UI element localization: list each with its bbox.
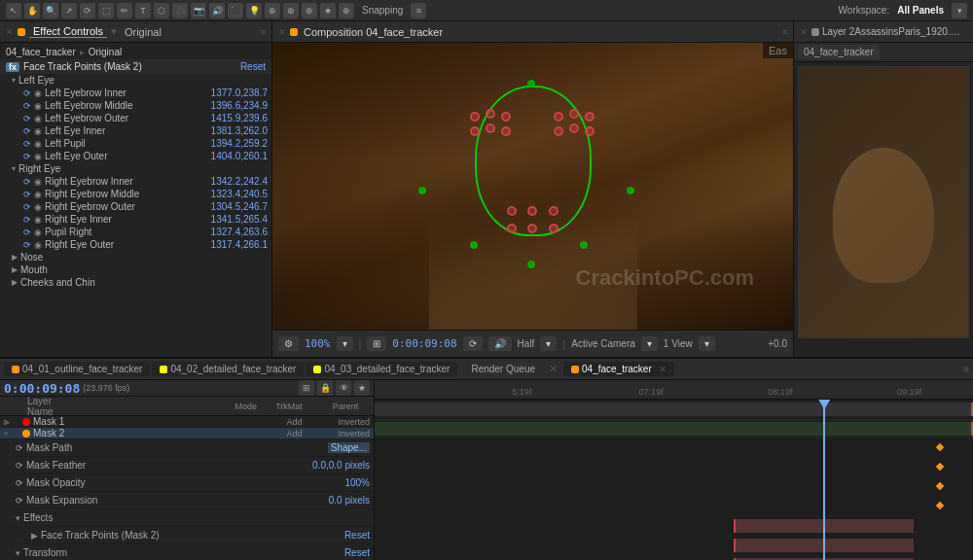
- row-expand-1[interactable]: ▶: [4, 417, 19, 427]
- effects-row[interactable]: ▾ Effects: [12, 509, 374, 527]
- audio-button[interactable]: 🔊: [488, 336, 512, 351]
- tool-icon-14[interactable]: 💡: [246, 3, 262, 18]
- comp-tab[interactable]: Composition 04_face_tracker: [304, 26, 443, 38]
- tl-icon-eye[interactable]: 👁: [336, 380, 351, 396]
- comp-menu-icon[interactable]: ≡: [782, 27, 787, 37]
- cheeks-group[interactable]: ▶ Cheeks and Chin: [8, 276, 271, 289]
- tl-icon-star[interactable]: ★: [354, 380, 370, 396]
- tab-original[interactable]: Original: [121, 26, 165, 38]
- tool-icon-12[interactable]: 🔊: [209, 3, 225, 18]
- timecode-display[interactable]: 0:00:09:08: [392, 337, 456, 350]
- tl-icon-home[interactable]: ⊞: [299, 380, 314, 396]
- tool-icon-7[interactable]: ✏: [117, 3, 132, 18]
- snapping-toggle[interactable]: ≡: [411, 3, 426, 18]
- workspace-menu[interactable]: ▾: [952, 3, 967, 18]
- right-eyebrow-middle-row[interactable]: ⟳ ◉ Right Eyebrow Middle 1323.4,240.5: [8, 188, 271, 200]
- mask-expansion-value[interactable]: 0.0 pixels: [329, 495, 370, 506]
- playhead: [823, 400, 825, 560]
- timeline-right[interactable]: 5:19f 07:19f 08:19f 09:19f: [375, 380, 973, 560]
- tab-close-icon[interactable]: ✕: [659, 365, 667, 374]
- tool-icon-18[interactable]: ★: [320, 3, 336, 18]
- nose-group[interactable]: ▶ Nose: [8, 251, 271, 263]
- prop-mask-expansion[interactable]: ⟳ Mask Expansion 0.0 pixels: [12, 492, 374, 509]
- tool-icon-15[interactable]: ⊕: [265, 3, 280, 18]
- right-pupil-row[interactable]: ⟳ ◉ Pupil Right 1327.4,263.6: [8, 226, 271, 238]
- tool-icon-11[interactable]: 📷: [191, 3, 206, 18]
- tool-icon-17[interactable]: ⊛: [302, 3, 317, 18]
- tl-icon-lock[interactable]: 🔒: [317, 380, 333, 396]
- comp-viewport[interactable]: CrackintoPC.com Eas: [272, 43, 793, 330]
- tool-icon-4[interactable]: ↗: [61, 3, 77, 18]
- right-eye-outer-row[interactable]: ⟳ ◉ Right Eye Outer 1317.4,266.1: [8, 238, 271, 251]
- timeline-timecode[interactable]: 0:00:09:08: [4, 381, 80, 396]
- prop-mask-opacity[interactable]: ⟳ Mask Opacity 100%: [12, 474, 374, 492]
- left-eyebrow-outer-row[interactable]: ⟳ ◉ Left Eyebrow Outer 1415.9,239.6: [8, 112, 271, 124]
- row-expand-2[interactable]: ▾: [4, 429, 19, 438]
- tool-icon-1[interactable]: ↖: [6, 3, 21, 18]
- tab-outline-face[interactable]: 04_01_outline_face_tracker: [4, 362, 150, 376]
- panel-menu-icon[interactable]: ≡: [261, 27, 266, 37]
- tool-icon-8[interactable]: T: [135, 3, 151, 18]
- effect-title-bar[interactable]: fx Face Track Points (Mask 2) Reset: [0, 59, 271, 74]
- tool-icon-19[interactable]: ⊕: [339, 3, 354, 18]
- left-eyebrow-inner-row[interactable]: ⟳ ◉ Left Eyebrow Inner 1377.0,238.7: [8, 87, 271, 99]
- tool-icon-2[interactable]: ✋: [24, 3, 40, 18]
- right-eye-inner-row[interactable]: ⟳ ◉ Right Eye Inner 1341.5,265.4: [8, 213, 271, 226]
- tool-icon-9[interactable]: ⬡: [154, 3, 169, 18]
- transform-reset[interactable]: Reset: [344, 547, 370, 558]
- left-eyebrow-middle-label: Left Eyebrow Middle: [45, 100, 133, 111]
- layer-mode-2[interactable]: Add: [286, 429, 335, 438]
- zoom-dropdown[interactable]: ▾: [337, 336, 353, 351]
- layer-mode-1[interactable]: Add: [286, 417, 335, 427]
- mask-feather-value[interactable]: 0.0,0.0 pixels: [312, 460, 370, 471]
- transform-row[interactable]: ▾ Transform Reset: [12, 544, 374, 560]
- left-eye-outer-row[interactable]: ⟳ ◉ Left Eye Outer 1404.0,260.1: [8, 150, 271, 162]
- face-track-row[interactable]: ▶ Face Track Points (Mask 2) Reset: [12, 527, 374, 544]
- left-pupil-row[interactable]: ⟳ ◉ Left Pupil 1394.2,259.2: [8, 137, 271, 150]
- fit-button[interactable]: ⊞: [367, 336, 386, 351]
- right-eyebrow-outer-row[interactable]: ⟳ ◉ Right Eyebrow Outer 1304.5,246.7: [8, 200, 271, 213]
- layer-active-tab[interactable]: 04_face_tracker: [798, 45, 880, 59]
- mask-opacity-value[interactable]: 100%: [344, 477, 370, 488]
- face-track-reset[interactable]: Reset: [344, 530, 370, 541]
- left-eyebrow-middle-row[interactable]: ⟳ ◉ Left Eyebrow Middle 1396.6,234.9: [8, 99, 271, 112]
- tab-detailed-2[interactable]: 04_03_detailed_face_tracker: [306, 362, 457, 376]
- quality-dropdown[interactable]: ▾: [540, 336, 557, 351]
- tool-icon-16[interactable]: ⊕: [283, 3, 299, 18]
- tool-icon-5[interactable]: ⟳: [80, 3, 95, 18]
- view-dropdown[interactable]: ▾: [699, 336, 715, 351]
- mouth-group[interactable]: ▶ Mouth: [8, 263, 271, 276]
- tab-detailed-1[interactable]: 04_02_detailed_face_tracker: [152, 362, 304, 376]
- left-eye-inner-row[interactable]: ⟳ ◉ Left Eye Inner 1381.3,262.0: [8, 124, 271, 137]
- tool-icon-6[interactable]: ⬚: [98, 3, 114, 18]
- mask-path-value[interactable]: Shape...: [328, 442, 370, 453]
- panel-tab-divider: ▾: [111, 25, 117, 38]
- tool-icon-10[interactable]: 🎥: [172, 3, 188, 18]
- prop-mask-feather[interactable]: ⟳ Mask Feather 0.0,0.0 pixels: [12, 457, 374, 474]
- tab-face-tracker-active[interactable]: 04_face_tracker ✕: [563, 362, 674, 376]
- layer-row-mask1[interactable]: ▶ Mask 1 Add Inverted: [0, 416, 374, 428]
- tab-dot-3: [313, 366, 321, 373]
- effects-label: Effects: [23, 512, 370, 523]
- timeline-menu-icon[interactable]: ≡: [963, 364, 969, 374]
- prop-mask-path[interactable]: ⟳ Mask Path Shape...: [12, 439, 374, 457]
- camera-dropdown[interactable]: ▾: [641, 336, 658, 351]
- zoom-display[interactable]: 100%: [305, 337, 331, 350]
- close-icon[interactable]: ✕: [6, 27, 14, 37]
- layer-close-icon[interactable]: ✕: [800, 27, 808, 37]
- tool-icon-13[interactable]: ⬛: [228, 3, 243, 18]
- comp-close-icon[interactable]: ✕: [278, 27, 286, 37]
- tool-icon-3[interactable]: 🔍: [43, 3, 58, 18]
- layer-row-mask2[interactable]: ▾ Mask 2 Add Inverted: [0, 428, 374, 439]
- timecode-menu[interactable]: ⟳: [463, 336, 483, 351]
- track-area[interactable]: [375, 400, 973, 560]
- right-eye-group[interactable]: ▾ Right Eye: [8, 162, 271, 175]
- left-eye-label: Left Eye: [18, 75, 54, 86]
- tab-effect-controls[interactable]: Effect Controls: [29, 25, 107, 38]
- tab-dot-1: [12, 366, 19, 373]
- right-eyebrow-inner-row[interactable]: ⟳ ◉ Right Eyebrow Inner 1342.2,242.4: [8, 175, 271, 188]
- render-queue-btn[interactable]: Render Queue: [463, 362, 543, 376]
- comp-settings-button[interactable]: ⚙: [278, 336, 299, 351]
- reset-button[interactable]: Reset: [240, 61, 266, 72]
- left-eye-group[interactable]: ▾ Left Eye: [8, 74, 271, 87]
